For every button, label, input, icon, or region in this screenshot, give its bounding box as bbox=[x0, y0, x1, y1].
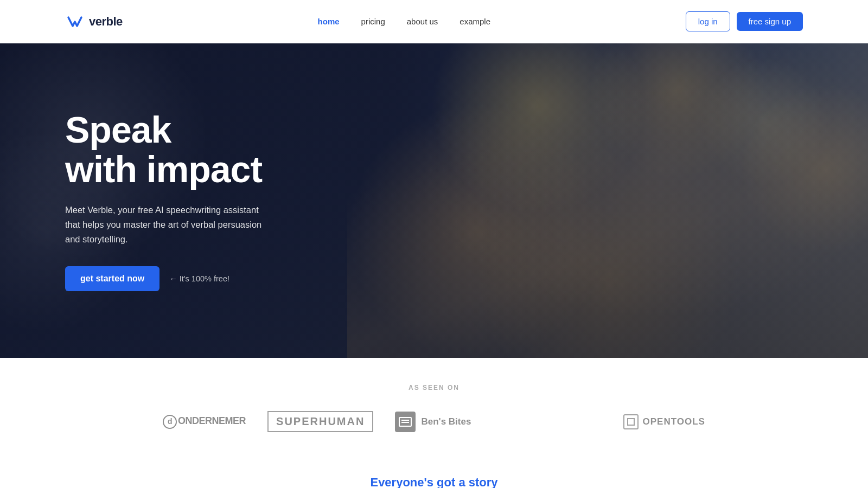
logo-ondernemer: dONDERNEMER bbox=[163, 415, 246, 429]
opentools-text: OPENTOOLS bbox=[643, 416, 705, 427]
nav-about[interactable]: about us bbox=[407, 17, 438, 26]
hero-title: Speak with impact bbox=[65, 110, 271, 190]
logo-text: verble bbox=[89, 15, 123, 29]
as-seen-label: AS SEEN ON bbox=[65, 384, 803, 391]
hero-cta-note: ← It's 100% free! bbox=[169, 274, 229, 283]
logo-superhuman: SUPERHUMAN bbox=[267, 411, 373, 432]
as-seen-on-section: AS SEEN ON dONDERNEMER SUPERHUMAN Ben's … bbox=[0, 358, 868, 465]
nav-home[interactable]: home bbox=[318, 17, 340, 26]
opentools-inner bbox=[627, 418, 635, 426]
logo-opentools: OPENTOOLS bbox=[623, 414, 705, 429]
nav-actions: log in free sign up bbox=[686, 11, 803, 31]
ondernemer-circle: d bbox=[163, 415, 177, 429]
logo-link[interactable]: verble bbox=[65, 12, 123, 31]
navbar: verble home pricing about us example log… bbox=[0, 0, 868, 43]
signup-button[interactable]: free sign up bbox=[737, 12, 803, 31]
hero-description: Meet Verble, your free AI speechwriting … bbox=[65, 203, 271, 247]
hero-figure bbox=[347, 43, 868, 358]
opentools-icon bbox=[623, 414, 639, 429]
bottom-teaser-text: Everyone's got a story bbox=[370, 476, 497, 488]
hero-cta: get started now ← It's 100% free! bbox=[65, 266, 271, 291]
hero-section: Speak with impact Meet Verble, your free… bbox=[0, 43, 868, 358]
logo-bens-bites: Ben's Bites bbox=[395, 412, 471, 432]
bens-icon-inner bbox=[399, 417, 412, 427]
hero-content: Speak with impact Meet Verble, your free… bbox=[0, 110, 271, 292]
nav-pricing[interactable]: pricing bbox=[361, 17, 385, 26]
bens-text: Ben's Bites bbox=[421, 416, 471, 427]
get-started-button[interactable]: get started now bbox=[65, 266, 159, 291]
bens-icon bbox=[395, 412, 416, 432]
superhuman-text: SUPERHUMAN bbox=[267, 411, 373, 432]
nav-links: home pricing about us example bbox=[318, 17, 490, 27]
logo-icon bbox=[65, 12, 85, 31]
logos-row: dONDERNEMER SUPERHUMAN Ben's Bites OPENT… bbox=[163, 411, 705, 432]
bottom-teaser: Everyone's got a story bbox=[0, 465, 868, 488]
login-button[interactable]: log in bbox=[686, 11, 730, 31]
nav-example[interactable]: example bbox=[459, 17, 490, 26]
